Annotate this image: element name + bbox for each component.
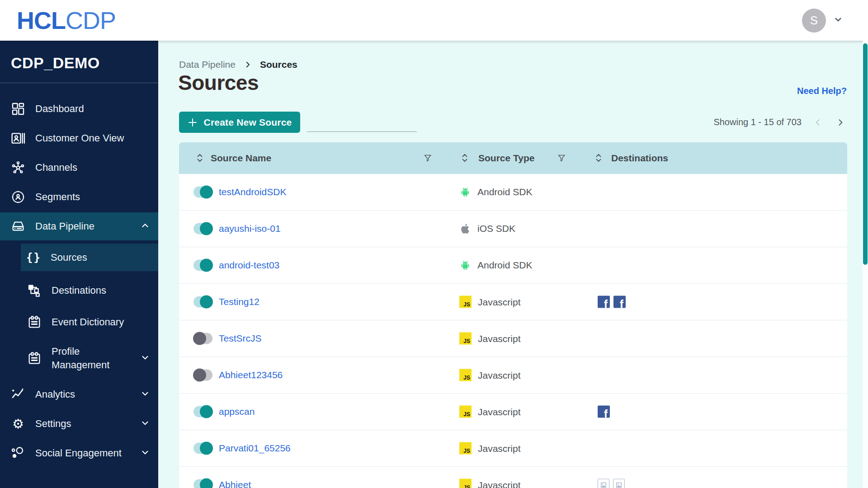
sidebar-item-analytics[interactable]: Analytics [0, 380, 158, 408]
segments-icon [11, 190, 25, 204]
toggle-knob [200, 259, 213, 272]
destinations-cell: f [598, 406, 610, 418]
source-name-link[interactable]: Testing12 [219, 296, 259, 307]
sidebar-item-label: Settings [35, 418, 71, 430]
sidebar-item-customer-one-view[interactable]: Customer One View [0, 124, 158, 152]
chevron-down-icon[interactable] [140, 389, 150, 400]
column-header-source-type[interactable]: Source Type [478, 153, 534, 164]
sidebar-item-label: Sources [51, 252, 87, 263]
source-type-cell: JS Javascript [459, 406, 521, 418]
sidebar-item-label: Analytics [35, 389, 75, 400]
source-type-cell: JS Javascript [459, 333, 521, 345]
previous-page-button[interactable] [811, 116, 824, 129]
sort-destinations-icon[interactable] [594, 153, 603, 164]
column-header-destinations[interactable]: Destinations [611, 153, 668, 164]
source-enabled-toggle[interactable] [193, 296, 212, 308]
table-row: android-test03 Android SDK [179, 247, 847, 284]
scrollbar-thumb[interactable] [863, 43, 868, 265]
sidebar-item-dashboard[interactable]: Dashboard [0, 95, 158, 123]
plus-icon [188, 117, 198, 127]
vertical-scrollbar[interactable] [863, 41, 868, 488]
breadcrumb-parent[interactable]: Data Pipeline [179, 59, 236, 70]
sidebar-item-destinations[interactable]: Destinations [0, 277, 158, 305]
source-name-link[interactable]: Abhieet [219, 479, 251, 488]
need-help-link[interactable]: Need Help? [797, 86, 847, 96]
toggle-knob [200, 222, 213, 235]
toggle-knob [200, 296, 213, 309]
chevron-down-icon[interactable] [140, 447, 150, 459]
source-name-link[interactable]: aayushi-iso-01 [219, 223, 281, 234]
destinations-cell [598, 479, 625, 488]
toggle-knob [193, 369, 206, 382]
source-enabled-toggle[interactable] [193, 370, 212, 381]
source-name-link[interactable]: Abhieet123456 [219, 370, 283, 380]
source-type-cell: iOS SDK [459, 223, 515, 235]
user-menu-chevron-icon[interactable] [833, 14, 843, 26]
source-type-label: Javascript [478, 443, 521, 454]
sidebar-item-segments[interactable]: Segments [0, 183, 158, 211]
sidebar-item-sources[interactable]: {} Sources [21, 244, 158, 271]
sidebar-item-event-dictionary[interactable]: Event Dictionary [0, 308, 158, 336]
source-enabled-toggle[interactable] [193, 260, 212, 271]
android-icon [459, 186, 471, 198]
table-row: aayushi-iso-01 iOS SDK [179, 211, 847, 247]
sidebar-item-social-engagement[interactable]: Social Engagement [0, 439, 158, 467]
avatar[interactable]: S [802, 9, 826, 33]
source-name-link[interactable]: testAndroidSDK [219, 187, 286, 197]
source-enabled-toggle[interactable] [193, 406, 212, 418]
sidebar: CDP_DEMO Dashboard Customer One View Cha… [0, 41, 158, 488]
source-name-link[interactable]: TestSrcJS [219, 333, 262, 344]
source-enabled-toggle[interactable] [193, 443, 212, 454]
source-enabled-toggle[interactable] [193, 187, 212, 198]
source-type-cell: JS Javascript [459, 296, 521, 308]
sidebar-item-data-pipeline[interactable]: Data Pipeline [0, 212, 158, 240]
sidebar-item-settings[interactable]: ⚙ Settings [0, 410, 158, 438]
source-type-cell: JS Javascript [459, 442, 521, 455]
hcl-cdp-logo: HCLCDP [17, 8, 116, 33]
chevron-up-icon[interactable] [140, 221, 150, 232]
sort-source-type-icon[interactable] [460, 153, 469, 164]
search-input[interactable] [311, 115, 422, 130]
source-enabled-toggle[interactable] [193, 333, 212, 344]
toggle-knob [200, 479, 213, 488]
data-pipeline-icon [11, 219, 25, 234]
sidebar-item-channels[interactable]: Channels [0, 154, 158, 182]
table-row: Abhieet123456 JS Javascript [179, 357, 847, 394]
chevron-down-icon[interactable] [140, 418, 150, 430]
filter-source-type-icon[interactable] [557, 154, 566, 163]
apple-icon [459, 223, 471, 235]
table-row: Abhieet JS Javascript [179, 467, 847, 488]
source-name-link[interactable]: Parvati01_65256 [219, 443, 291, 454]
source-enabled-toggle[interactable] [193, 479, 212, 488]
app-root: HCLCDP S CDP_DEMO Dashboard Customer One… [0, 0, 868, 488]
source-enabled-toggle[interactable] [193, 223, 212, 235]
sidebar-item-profile-management[interactable]: Profile Management [0, 340, 158, 377]
channels-icon [11, 160, 25, 175]
destinations-cell: f f [598, 296, 626, 308]
breadcrumb: Data Pipeline Sources [179, 59, 297, 70]
top-header: HCLCDP S [0, 0, 868, 41]
sidebar-item-label: Destinations [52, 285, 106, 296]
sources-table: Source Name Source Type Destinations [179, 142, 847, 488]
sidebar-item-label: Social Engagement [35, 447, 122, 459]
sort-source-name-icon[interactable] [195, 153, 204, 164]
create-new-source-button[interactable]: Create New Source [179, 112, 300, 133]
customer-one-view-icon [11, 131, 25, 145]
next-page-button[interactable] [834, 116, 847, 129]
javascript-icon: JS [459, 369, 472, 381]
sidebar-item-label: Data Pipeline [35, 221, 94, 232]
source-type-label: Javascript [478, 370, 521, 380]
social-engagement-icon [11, 446, 25, 460]
column-header-source-name[interactable]: Source Name [211, 153, 271, 164]
filter-source-name-icon[interactable] [423, 154, 432, 163]
table-row: testAndroidSDK Android SDK [179, 174, 847, 211]
sidebar-item-label: Event Dictionary [52, 316, 124, 328]
search-box [307, 113, 417, 132]
source-type-label: Javascript [478, 296, 521, 307]
chevron-right-icon [244, 61, 252, 69]
chevron-down-icon[interactable] [140, 352, 150, 364]
workspace-title: CDP_DEMO [11, 54, 100, 72]
table-row: appscan JS Javascript f [179, 394, 847, 430]
source-name-link[interactable]: android-test03 [219, 260, 279, 271]
source-name-link[interactable]: appscan [219, 406, 255, 417]
